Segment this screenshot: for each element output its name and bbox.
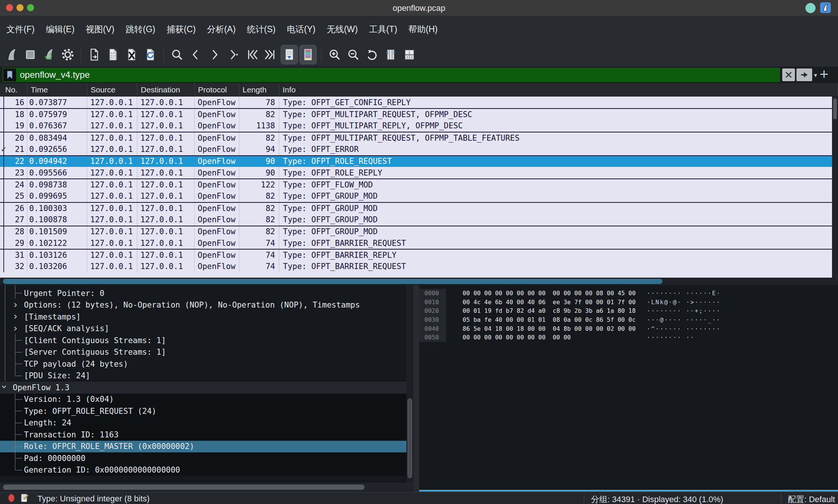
packet-list-hscrollbar-thumb[interactable] bbox=[3, 279, 662, 284]
resize-columns-icon[interactable] bbox=[382, 45, 399, 64]
filter-clear-button[interactable] bbox=[782, 68, 795, 81]
packet-row[interactable]: 290.102122127.0.0.1127.0.0.1OpenFlow74Ty… bbox=[0, 237, 838, 249]
detail-row[interactable]: Generation ID: 0x0000000000000000 bbox=[0, 464, 414, 476]
menu-item[interactable]: 电话(Y) bbox=[281, 20, 321, 39]
packet-row[interactable]: 230.095566127.0.0.1127.0.0.1OpenFlow90Ty… bbox=[0, 167, 838, 178]
filter-dropdown-caret-icon[interactable]: ▼ bbox=[813, 72, 818, 78]
packet-row[interactable]: 190.076367127.0.0.1127.0.0.1OpenFlow1138… bbox=[0, 120, 838, 132]
zoom-out-icon[interactable] bbox=[345, 45, 362, 64]
go-back-icon[interactable] bbox=[187, 45, 204, 64]
menu-item[interactable]: 捕获(C) bbox=[161, 20, 201, 39]
column-header-length[interactable]: Length bbox=[239, 83, 279, 96]
menu-item[interactable]: 文件(F) bbox=[1, 20, 40, 39]
detail-row[interactable]: [Client Contiguous Streams: 1] bbox=[0, 335, 414, 346]
collapse-chevron-icon[interactable]: › bbox=[0, 383, 10, 391]
find-packet-icon[interactable] bbox=[168, 45, 186, 64]
hex-row[interactable]: 004086 5e 04 18 00 18 00 00 04 8b 00 00 … bbox=[419, 324, 838, 333]
expand-chevron-icon[interactable]: › bbox=[11, 299, 19, 311]
column-header-no[interactable]: No. bbox=[0, 83, 27, 96]
colorize-icon[interactable] bbox=[299, 45, 317, 64]
filter-apply-button[interactable] bbox=[796, 68, 812, 81]
pane-splitter[interactable] bbox=[414, 285, 419, 492]
hex-row[interactable]: 001000 4c 4e 6b 40 00 40 06 ee 3e 7f 00 … bbox=[419, 298, 838, 307]
packet-row[interactable]: 260.100303127.0.0.1127.0.0.1OpenFlow82Ty… bbox=[0, 202, 838, 214]
detail-row[interactable]: Role: OFPCR_ROLE_MASTER (0x00000002) bbox=[0, 441, 414, 453]
status-profile[interactable]: 配置: Default bbox=[788, 494, 835, 504]
packet-row[interactable]: 180.075979127.0.0.1127.0.0.1OpenFlow82Ty… bbox=[0, 108, 838, 120]
packet-row[interactable]: 310.103126127.0.0.1127.0.0.1OpenFlow74Ty… bbox=[0, 249, 838, 260]
close-file-icon[interactable] bbox=[123, 45, 140, 64]
go-last-icon[interactable] bbox=[262, 45, 279, 64]
menu-item[interactable]: 视图(V) bbox=[80, 20, 120, 39]
packet-row[interactable]: 210.092656127.0.0.1127.0.0.1OpenFlow94Ty… bbox=[0, 143, 838, 155]
cell-protocol: OpenFlow bbox=[195, 261, 239, 272]
detail-row[interactable]: ›Options: (12 bytes), No-Operation (NOP)… bbox=[0, 299, 414, 311]
details-vscrollbar-thumb[interactable] bbox=[408, 398, 412, 478]
detail-row[interactable]: ›[Timestamps] bbox=[0, 311, 414, 323]
packet-row[interactable]: 220.094942127.0.0.1127.0.0.1OpenFlow90Ty… bbox=[0, 155, 838, 167]
detail-row[interactable]: ›[SEQ/ACK analysis] bbox=[0, 323, 414, 335]
filter-bookmark-icon[interactable] bbox=[3, 68, 16, 81]
column-header-info[interactable]: Info bbox=[279, 83, 838, 96]
zoom-in-icon[interactable] bbox=[326, 45, 343, 64]
column-header-destination[interactable]: Destination bbox=[137, 83, 195, 96]
detail-row[interactable]: Version: 1.3 (0x04) bbox=[0, 394, 414, 406]
open-file-icon[interactable] bbox=[86, 45, 103, 64]
normalize-columns-icon[interactable]: 123 bbox=[401, 45, 418, 64]
packet-row[interactable]: 320.103206127.0.0.1127.0.0.1OpenFlow74Ty… bbox=[0, 261, 838, 272]
menu-item[interactable]: 编辑(E) bbox=[40, 20, 80, 39]
start-capture-icon[interactable] bbox=[3, 45, 20, 64]
go-to-packet-icon[interactable] bbox=[225, 45, 242, 64]
cell-time: 0.100878 bbox=[27, 214, 87, 225]
detail-row[interactable]: TCP payload (24 bytes) bbox=[0, 358, 414, 370]
packet-list-vscrollbar-thumb[interactable] bbox=[833, 98, 837, 119]
menu-item[interactable]: 分析(A) bbox=[201, 20, 241, 39]
menu-item[interactable]: 工具(T) bbox=[363, 20, 403, 39]
detail-row[interactable]: Urgent Pointer: 0 bbox=[0, 287, 414, 299]
save-file-icon[interactable]: 010100110101110 bbox=[104, 45, 122, 64]
hex-row[interactable]: 000000 00 00 00 00 00 00 00 00 00 00 00 … bbox=[419, 289, 838, 298]
packet-row[interactable]: 270.100878127.0.0.1127.0.0.1OpenFlow82Ty… bbox=[0, 214, 838, 225]
filter-add-button[interactable]: + bbox=[820, 66, 828, 83]
details-hscrollbar-thumb[interactable] bbox=[3, 485, 365, 490]
packet-row[interactable]: 160.073877127.0.0.1127.0.0.1OpenFlow78Ty… bbox=[0, 97, 838, 108]
hex-row[interactable]: 002000 01 19 fd b7 82 d4 a0 c8 9b 2b 3b … bbox=[419, 306, 838, 315]
detail-row[interactable]: Length: 24 bbox=[0, 417, 414, 429]
go-forward-icon[interactable] bbox=[206, 45, 223, 64]
menu-item[interactable]: 跳转(G) bbox=[120, 20, 161, 39]
detail-row[interactable]: [PDU Size: 24] bbox=[0, 370, 414, 382]
capture-comment-icon[interactable] bbox=[19, 493, 30, 504]
menu-item[interactable]: 统计(S) bbox=[241, 20, 281, 39]
detail-row[interactable]: ›OpenFlow 1.3 bbox=[0, 382, 414, 394]
restart-capture-icon[interactable] bbox=[40, 45, 58, 64]
column-header-source[interactable]: Source bbox=[87, 83, 137, 96]
detail-row[interactable]: Type: OFPT_ROLE_REQUEST (24) bbox=[0, 405, 414, 417]
detail-row[interactable]: Transaction ID: 1163 bbox=[0, 429, 414, 441]
menu-item[interactable]: 帮助(H) bbox=[403, 20, 443, 39]
reload-file-icon[interactable] bbox=[142, 45, 159, 64]
column-header-time[interactable]: Time bbox=[27, 83, 87, 96]
capture-options-icon[interactable] bbox=[59, 45, 76, 64]
column-header-protocol[interactable]: Protocol bbox=[195, 83, 239, 96]
stop-capture-icon[interactable] bbox=[22, 45, 39, 64]
tree-line-openflow bbox=[15, 394, 15, 470]
packet-row[interactable]: 200.083494127.0.0.1127.0.0.1OpenFlow82Ty… bbox=[0, 132, 838, 143]
zoom-reset-icon[interactable] bbox=[363, 45, 381, 64]
expand-chevron-icon[interactable]: › bbox=[11, 310, 19, 322]
detail-row[interactable]: [Server Contiguous Streams: 1] bbox=[0, 346, 414, 358]
cell-destination: 127.0.0.1 bbox=[137, 214, 195, 225]
packet-row[interactable]: 240.098738127.0.0.1127.0.0.1OpenFlow122T… bbox=[0, 178, 838, 190]
go-first-icon[interactable] bbox=[243, 45, 260, 64]
detail-row[interactable]: Pad: 00000000 bbox=[0, 452, 414, 464]
packet-row[interactable]: 280.101509127.0.0.1127.0.0.1OpenFlow82Ty… bbox=[0, 226, 838, 237]
hex-ascii: ········ ·· bbox=[647, 334, 695, 341]
hex-row[interactable]: 005000 00 00 00 00 00 00 00 00 00·······… bbox=[419, 333, 838, 342]
cell-time: 0.094942 bbox=[27, 156, 87, 167]
packet-row[interactable]: 250.099695127.0.0.1127.0.0.1OpenFlow82Ty… bbox=[0, 190, 838, 202]
menu-item[interactable]: 无线(W) bbox=[321, 20, 363, 39]
expand-chevron-icon[interactable]: › bbox=[11, 322, 19, 334]
display-filter-input[interactable]: openflow_v4.type bbox=[3, 68, 780, 82]
auto-scroll-icon[interactable] bbox=[281, 45, 298, 64]
hex-row[interactable]: 003005 ba fe 40 00 00 01 01 08 0a 00 0c … bbox=[419, 315, 838, 324]
expert-info-icon[interactable] bbox=[8, 494, 15, 502]
